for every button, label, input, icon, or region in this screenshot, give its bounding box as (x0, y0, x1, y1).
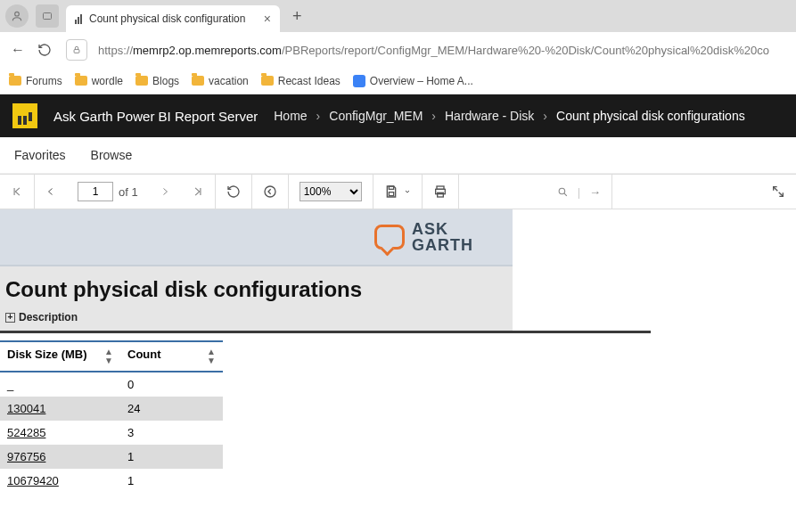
url-path: /PBReports/report/ConfigMgr_MEM/Hardware… (282, 44, 769, 57)
site-info-button[interactable] (66, 39, 87, 61)
folder-icon (135, 76, 148, 86)
tabs-overview-icon[interactable] (36, 4, 59, 28)
browser-navbar: ← https://memrp2.op.memreports.com/PBRep… (0, 32, 796, 68)
save-icon (384, 184, 398, 199)
zoom-select[interactable]: 100% (300, 182, 362, 201)
bookmark-vacation[interactable]: vacation (192, 75, 249, 87)
search-input[interactable] (470, 182, 552, 201)
crumb-home[interactable]: Home (274, 109, 307, 123)
table-row: _0 (0, 372, 223, 397)
page-indicator: of 1 (67, 175, 149, 209)
description-toggle[interactable]: + Description (0, 306, 513, 331)
cell-count: 1 (120, 469, 223, 493)
svg-rect-5 (389, 192, 393, 196)
refresh-report-button[interactable] (216, 175, 252, 209)
speech-bubble-icon (374, 225, 405, 250)
logo-text-top: ASK (412, 221, 473, 237)
back-to-parent-button[interactable] (252, 175, 289, 209)
breadcrumb: Home › ConfigMgr_MEM › Hardware - Disk ›… (274, 109, 744, 123)
fullscreen-button[interactable] (760, 175, 796, 209)
zoom-select-cell: 100% (289, 175, 373, 209)
table-row: 9767561 (0, 445, 223, 469)
table-row: 13004124 (0, 397, 223, 421)
logo-text-bottom: GARTH (412, 237, 473, 253)
tab-title: Count physical disk configuration (89, 12, 245, 25)
results-table: Disk Size (MB)▲▼ Count▲▼ _01300412452428… (0, 340, 223, 493)
prev-page-button[interactable] (35, 175, 67, 209)
next-page-button[interactable] (149, 175, 181, 209)
close-icon[interactable]: × (264, 12, 271, 26)
back-button[interactable]: ← (9, 42, 27, 58)
report-toolbar: of 1 100% | → (0, 174, 796, 209)
cell-disk-size[interactable]: 976756 (0, 445, 120, 469)
first-page-button[interactable] (0, 175, 35, 209)
svg-point-3 (265, 186, 275, 197)
folder-icon (75, 76, 87, 86)
report-banner: ASK GARTH (0, 209, 513, 266)
crumb-hardware-disk[interactable]: Hardware - Disk (445, 109, 534, 123)
lock-icon (72, 45, 81, 54)
col-count[interactable]: Count▲▼ (120, 341, 223, 372)
crumb-configmgr[interactable]: ConfigMgr_MEM (329, 109, 423, 123)
divider (0, 331, 651, 333)
expand-icon: + (5, 313, 15, 323)
search-icon[interactable] (557, 186, 569, 198)
svg-point-0 (15, 12, 20, 16)
description-label: Description (19, 311, 78, 323)
search-cell: | → (459, 175, 612, 209)
app-header: Ask Garth Power BI Report Server Home › … (0, 94, 796, 137)
subnav-browse[interactable]: Browse (91, 148, 133, 162)
cell-count: 1 (120, 445, 223, 469)
cell-disk-size[interactable]: 524285 (0, 421, 120, 445)
cell-count: 0 (120, 372, 223, 397)
address-bar[interactable]: https://memrp2.op.memreports.com/PBRepor… (98, 44, 787, 57)
refresh-button[interactable] (37, 43, 55, 57)
powerbi-logo-icon[interactable] (12, 103, 37, 128)
cell-disk-size: _ (0, 372, 120, 397)
new-tab-button[interactable]: + (287, 7, 308, 26)
bookmark-forums[interactable]: Forums (9, 75, 62, 87)
bookmark-overview-home[interactable]: Overview – Home A... (353, 75, 473, 87)
browser-tab-active[interactable]: Count physical disk configuration × (66, 5, 280, 32)
print-icon (433, 184, 447, 199)
chart-icon (75, 13, 82, 24)
table-row: 5242853 (0, 421, 223, 445)
folder-icon (261, 76, 274, 86)
cell-disk-size[interactable]: 130041 (0, 397, 120, 421)
profile-icon[interactable] (5, 4, 29, 28)
col-disk-size[interactable]: Disk Size (MB)▲▼ (0, 341, 120, 372)
svg-point-9 (559, 188, 565, 194)
bookmark-wordle[interactable]: wordle (75, 75, 123, 87)
url-prefix: https:// (98, 44, 133, 57)
table-row: 106794201 (0, 469, 223, 493)
askgarth-logo: ASK GARTH (374, 221, 473, 253)
svg-rect-4 (389, 186, 393, 189)
page-of-label: of 1 (119, 185, 138, 199)
bookmarks-bar: Forums wordle Blogs vacation Recast Idea… (0, 68, 796, 94)
print-button[interactable] (423, 175, 459, 209)
folder-icon (192, 76, 204, 86)
server-name: Ask Garth Power BI Report Server (53, 109, 258, 124)
cell-count: 3 (120, 421, 223, 445)
subnav-favorites[interactable]: Favorites (14, 148, 66, 162)
chevron-right-icon: › (431, 109, 436, 123)
find-next-button[interactable]: → (589, 185, 601, 199)
bookmark-blogs[interactable]: Blogs (135, 75, 179, 87)
folder-icon (9, 76, 21, 86)
divider: | (574, 185, 584, 199)
cell-disk-size[interactable]: 10679420 (0, 469, 120, 493)
crumb-current: Count physical disk configurations (556, 109, 745, 123)
bookmark-recast-ideas[interactable]: Recast Ideas (261, 75, 341, 87)
chevron-right-icon: › (543, 109, 547, 123)
cell-count: 24 (120, 397, 223, 421)
url-host: memrp2.op.memreports.com (133, 44, 282, 57)
subnav: Favorites Browse (0, 137, 796, 174)
chevron-down-icon (404, 188, 411, 195)
browser-tabbar: Count physical disk configuration × + (0, 0, 796, 32)
last-page-button[interactable] (181, 175, 216, 209)
site-icon (353, 75, 365, 87)
export-button[interactable] (373, 175, 423, 209)
report-title: Count physical disk configurations (0, 274, 513, 306)
page-input[interactable] (78, 182, 113, 201)
report-body: ASK GARTH Count physical disk configurat… (0, 209, 796, 493)
